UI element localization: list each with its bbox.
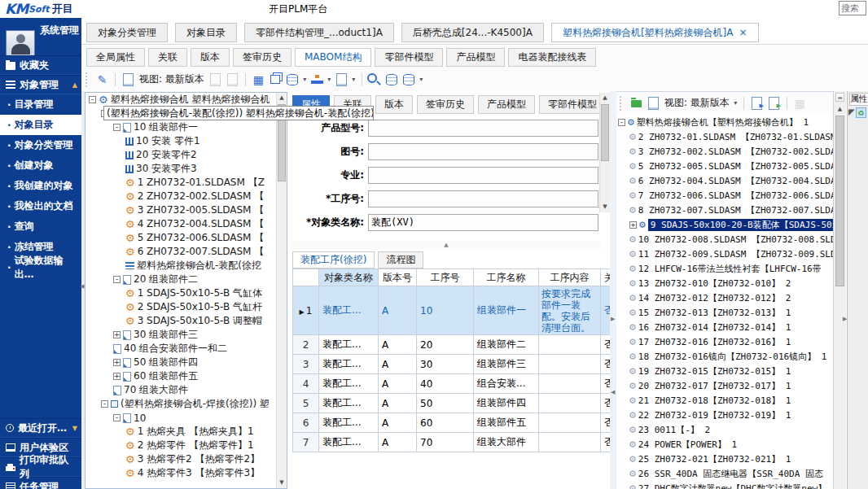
tree-item[interactable]: 12 LHFCW-16带法兰线性衬套【LHFCW-16带: [616, 261, 833, 276]
table-cell[interactable]: 按要求完成部件一装配。安装后清理台面。: [539, 286, 601, 335]
database-config-icon[interactable]: [384, 72, 400, 87]
table-cell[interactable]: 20: [417, 335, 474, 355]
table-cell[interactable]: [539, 413, 601, 433]
tree-item[interactable]: +60 组装部件五: [85, 369, 287, 383]
table-row[interactable]: ▶1装配工...A10组装部件一按要求完成部件一装配。安装后清理台面。否: [293, 286, 611, 335]
tree-item[interactable]: 23 0011【-】 2: [616, 422, 833, 437]
search-input[interactable]: [839, 1, 866, 15]
collapse-arrow-icon[interactable]: ▲: [72, 81, 77, 89]
main-tab[interactable]: 塑料热熔接铆合机[塑料热熔接铆合机]A×: [551, 23, 759, 42]
tree-item[interactable]: 3 ZH0732-005.SLDASM 【: [85, 203, 287, 217]
form-scrollbar[interactable]: ▲ ▼: [599, 93, 610, 212]
table-cell[interactable]: 否: [601, 413, 611, 433]
edit-pencil-icon[interactable]: [94, 72, 110, 87]
table-cell[interactable]: 装配工...: [319, 286, 379, 335]
sidebar-item-我创建的对象[interactable]: 我创建的对象: [0, 176, 81, 196]
table-row[interactable]: 3装配工...A30组装部件三否: [293, 355, 611, 374]
close-tab-icon[interactable]: ×: [739, 27, 747, 38]
tree-item[interactable]: 4 热熔零件3 【热熔零件3】: [85, 466, 287, 480]
collapse-icon[interactable]: -: [113, 414, 121, 421]
document-view-icon[interactable]: [646, 95, 661, 111]
table-cell[interactable]: A: [379, 413, 417, 433]
tree-item[interactable]: 21 ZH0732-018【ZH0732-018】 1: [616, 393, 833, 408]
scroll-thumb[interactable]: [601, 104, 609, 161]
tree-item[interactable]: 20 安装零件2: [85, 148, 287, 162]
database-list-icon[interactable]: [401, 72, 417, 87]
table-cell[interactable]: A: [379, 335, 417, 355]
tree-item[interactable]: 30 安装零件3: [85, 162, 287, 176]
tree-item[interactable]: 1 ZH0732-01.SLDASM 【Z: [85, 176, 287, 190]
content-tab-产品模型[interactable]: 产品模型: [446, 48, 505, 67]
tree-item[interactable]: 15 ZH0732-013【ZH0732-013】 1: [616, 305, 833, 320]
table-cell[interactable]: 否: [601, 394, 611, 413]
tree-item[interactable]: +9 SDAJS-50x100-20-B装配体【SDAJS-50x1: [616, 217, 833, 232]
table-cell[interactable]: 组装部件四: [474, 394, 539, 413]
main-tab[interactable]: 对象目录: [175, 23, 237, 42]
content-tab-电器装配接线表[interactable]: 电器装配接线表: [508, 48, 596, 67]
column-header[interactable]: 关: [601, 269, 611, 286]
table-cell[interactable]: 装配工...: [319, 433, 379, 452]
tree-item[interactable]: -(塑料热熔接铆合机-焊接(徐挖)) 塑: [85, 397, 287, 411]
table-row[interactable]: 2装配工...A20组装部件二否: [293, 335, 611, 355]
content-tab-版本[interactable]: 版本: [191, 48, 230, 67]
row-marker-cell[interactable]: ▶1: [293, 286, 319, 335]
expand-icon[interactable]: +: [629, 221, 637, 229]
dropdown-caret-icon[interactable]: ▾: [350, 76, 357, 83]
tree-item[interactable]: 10 ZH0732-008.SLDASM 【ZH0732-008.SLDA: [616, 232, 833, 247]
table-cell[interactable]: 组合安装...: [474, 374, 539, 394]
right-tree-scrollbar[interactable]: ≡ ▲: [833, 91, 846, 489]
tree-item[interactable]: 2 ZH0732-01.SLDASM 【ZH0732-01.SLDASM: [616, 129, 833, 144]
table-cell[interactable]: 组装大部件: [474, 433, 539, 452]
new-document-icon[interactable]: [121, 72, 136, 87]
table-cell[interactable]: 装配工...: [319, 394, 379, 413]
table-cell[interactable]: 否: [601, 355, 611, 374]
table-edit-icon[interactable]: [251, 72, 266, 87]
table-row[interactable]: 7装配工...A70组装大部件否: [293, 433, 611, 452]
row-marker-cell[interactable]: 7: [293, 433, 319, 452]
tree-item[interactable]: 16 ZH0732-014【ZH0732-014】 1: [616, 320, 833, 334]
row-marker-cell[interactable]: 3: [293, 355, 319, 374]
table-cell[interactable]: 组装部件五: [474, 413, 539, 433]
tree-item[interactable]: 1 SDAJS-50x10-5-B 气缸体: [85, 286, 287, 300]
detail-tab-签审历史[interactable]: 签审历史: [417, 95, 474, 114]
sidebar-group-收藏夹[interactable]: 收藏夹: [0, 55, 81, 75]
table-cell[interactable]: 否: [601, 374, 611, 394]
column-header[interactable]: 版本号: [379, 269, 417, 286]
tree-item[interactable]: 6 ZH0732-007.SLDASM 【: [85, 245, 287, 259]
column-header[interactable]: 工序名称: [474, 269, 539, 286]
structure-icon[interactable]: [309, 72, 325, 87]
sidebar-item-试验数据输出…[interactable]: 试验数据输出…: [0, 257, 81, 277]
collapse-icon[interactable]: -: [101, 400, 108, 408]
sidebar-item-对象目录[interactable]: 对象目录: [0, 115, 81, 135]
tree-item[interactable]: 22 ZH0732-019【ZH0732-019】 1: [616, 408, 833, 422]
table-row[interactable]: 6装配工...A60组装部件五否: [293, 413, 611, 433]
tree-item[interactable]: 2 热熔零件 【热熔零件】1: [85, 439, 287, 452]
toolbar-grip[interactable]: [620, 96, 624, 111]
tree-item[interactable]: -10 组装部件一: [85, 120, 287, 134]
tree-item[interactable]: 14 ZH0732-012【ZH0732-012】 2: [616, 290, 833, 305]
folder-refresh-icon[interactable]: [629, 95, 644, 111]
table-cell[interactable]: 40: [417, 374, 474, 394]
split-view-button[interactable]: ≡: [835, 93, 844, 102]
content-tab-签审历史[interactable]: 签审历史: [233, 48, 292, 67]
collapse-icon[interactable]: -: [89, 96, 96, 103]
table-cell[interactable]: 60: [417, 413, 474, 433]
detail-tab-零部件模型[interactable]: 零部件模型: [539, 95, 606, 114]
tree-item[interactable]: 2 SDAJS-50x10-5-B 气缸杆: [85, 300, 287, 314]
form-collapse-handle[interactable]: ▲: [292, 241, 600, 250]
scroll-thumb[interactable]: [835, 116, 844, 286]
sidebar-item-对象分类管理[interactable]: 对象分类管理: [0, 135, 81, 155]
scroll-up-icon[interactable]: ▲: [600, 93, 610, 103]
main-tab[interactable]: 零部件结构管理_...oduct1]A: [244, 23, 394, 42]
content-tab-关联[interactable]: 关联: [148, 48, 187, 67]
table-cell[interactable]: 10: [417, 286, 474, 335]
collapse-icon[interactable]: -: [113, 276, 121, 283]
left-tree-scrollbar[interactable]: ▲ ▼: [276, 93, 287, 488]
dropdown-caret-icon[interactable]: ▾: [418, 76, 425, 83]
sidebar-item-查询[interactable]: 查询: [0, 216, 81, 237]
table-cell[interactable]: A: [379, 433, 417, 452]
column-header[interactable]: 工序内容: [539, 269, 601, 286]
table-cell[interactable]: 装配工...: [319, 374, 379, 394]
database-icon[interactable]: [285, 72, 300, 87]
tree-item[interactable]: -20 组装部件二: [85, 273, 287, 286]
